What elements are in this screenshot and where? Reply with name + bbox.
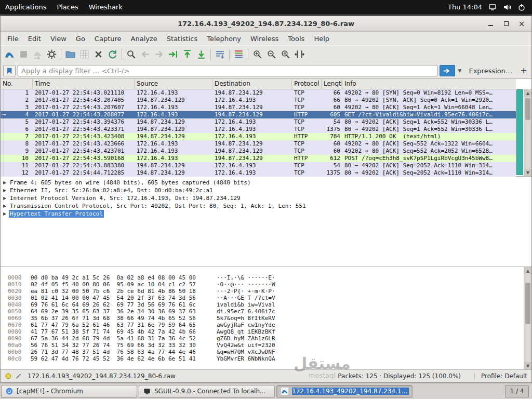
detail-row[interactable]: ▶Internet Protocol Version 4, Src: 172.1… (1, 194, 531, 202)
hex-scrollbar[interactable]: ▲ ▼ (524, 267, 531, 369)
topbar-menu-applications[interactable]: Applications (0, 0, 51, 14)
display-filter-input[interactable] (18, 65, 437, 76)
find-packet-button[interactable] (124, 47, 138, 61)
menu-statistics[interactable]: Statistics (162, 32, 202, 45)
stop-capture-button[interactable] (17, 47, 31, 61)
resize-columns-button[interactable] (292, 47, 307, 61)
packet-row[interactable]: 12017-01-27 22:54:43.021110172.16.4.1931… (1, 89, 516, 97)
menu-analyze[interactable]: Analyze (126, 32, 162, 45)
scroll-up-icon[interactable]: ▲ (524, 89, 531, 97)
expert-info-icon[interactable] (5, 373, 12, 380)
hex-row[interactable]: 003001 02 41 14 00 00 47 45 54 20 2f 3f … (8, 295, 531, 301)
go-forward-button[interactable] (152, 47, 166, 61)
hex-row[interactable]: 007061 77 47 79 6a 52 61 46 63 77 31 6e … (8, 322, 531, 328)
menu-help[interactable]: Help (309, 32, 334, 45)
volume-icon[interactable] (503, 3, 511, 11)
power-icon[interactable] (517, 3, 526, 11)
menu-telephony[interactable]: Telephony (202, 32, 246, 45)
taskbar-window-wireshark[interactable]: 172.16.4.193_49202_194.87.234.129_80-6.r… (276, 385, 413, 398)
packet-row[interactable]: 62017-01-27 22:54:43.423371194.87.234.12… (1, 126, 516, 133)
capture-options-button[interactable] (45, 47, 59, 61)
detail-row[interactable]: ▶Transmission Control Protocol, Src Port… (1, 202, 531, 210)
menu-file[interactable]: File (3, 32, 23, 45)
title-bar[interactable]: 172.16.4.193_49202_194.87.234.129_80-6.r… (1, 16, 531, 32)
restart-capture-button[interactable] (31, 47, 45, 61)
expander-icon[interactable]: ▶ (1, 194, 9, 202)
column-header-info[interactable]: Info (342, 79, 516, 89)
topbar-menu-wireshark[interactable]: Wireshark (84, 0, 128, 14)
reload-file-button[interactable] (105, 47, 119, 61)
go-to-packet-button[interactable] (166, 47, 180, 61)
packet-list-scrollbar[interactable]: ▲ ▼ (524, 89, 531, 176)
taskbar-window-sguil[interactable]: SGUIL-0.9.0 - Connected To localh... (139, 385, 275, 398)
column-header-length[interactable]: Length (322, 79, 342, 89)
apply-filter-button[interactable] (440, 65, 455, 76)
topbar-menu-places[interactable]: Places (51, 0, 83, 14)
scroll-track[interactable] (524, 97, 531, 169)
open-file-button[interactable] (63, 47, 77, 61)
zoom-original-button[interactable] (278, 47, 292, 61)
taskbar-window-chromium[interactable]: [capME!] - Chromium (1, 385, 137, 398)
expander-icon[interactable]: ▶ (1, 202, 9, 210)
workspace-switcher[interactable]: 1 / 4 (505, 385, 529, 397)
go-bottom-button[interactable] (194, 47, 208, 61)
scroll-track[interactable] (524, 274, 531, 362)
auto-scroll-button[interactable] (213, 47, 227, 61)
packet-row[interactable]: 72017-01-27 22:54:43.423408194.87.234.12… (1, 133, 516, 140)
start-capture-button[interactable] (3, 47, 17, 61)
column-header-time[interactable]: Time (33, 79, 135, 89)
display-icon[interactable] (488, 3, 497, 11)
detail-row[interactable]: ▶Ethernet II, Src: 5c:26:0a:02:a8:e4, Ds… (1, 187, 531, 194)
go-top-button[interactable] (180, 47, 194, 61)
menu-view[interactable]: View (46, 32, 71, 45)
packet-row[interactable]: 82017-01-27 22:54:43.423666172.16.4.1931… (1, 140, 516, 148)
menu-go[interactable]: Go (71, 32, 90, 45)
hex-row[interactable]: 000000 d0 ba 49 2c a1 5c 26 0a 02 a8 e4 … (8, 274, 531, 281)
go-back-button[interactable] (138, 47, 152, 61)
expander-icon[interactable]: ▶ (1, 187, 9, 194)
scroll-thumb[interactable] (525, 283, 530, 324)
hex-row[interactable]: 00b026 71 3d 77 48 37 51 4d 76 58 63 4a … (8, 349, 531, 355)
menu-capture[interactable]: Capture (90, 32, 126, 45)
scroll-down-icon[interactable]: ▼ (524, 362, 531, 369)
zoom-in-button[interactable] (250, 47, 264, 61)
hex-row[interactable]: 008041 77 67 51 38 5f 71 74 69 45 4b 42 … (8, 328, 531, 335)
zoom-out-button[interactable] (264, 47, 278, 61)
detail-row[interactable]: ▶Hypertext Transfer Protocol (1, 210, 531, 218)
clock[interactable]: Thu 14:04 (448, 3, 482, 11)
scroll-thumb[interactable] (525, 98, 530, 120)
hex-row[interactable]: 009067 5a 36 44 2d 68 79 4d 5a 41 68 31 … (8, 335, 531, 342)
hex-row[interactable]: 001002 4f 05 f5 40 00 80 06 95 09 ac 10 … (8, 281, 531, 288)
status-profile[interactable]: Profile: Default (474, 373, 527, 380)
close-file-button[interactable] (91, 47, 105, 61)
close-button[interactable]: × (516, 19, 527, 29)
column-header-destination[interactable]: Destination (212, 79, 292, 89)
add-filter-button[interactable]: + (518, 66, 529, 75)
filter-bookmark-icon[interactable] (3, 65, 16, 76)
packet-row[interactable]: 122017-01-27 22:54:44.712285194.87.234.1… (1, 169, 516, 177)
hex-row[interactable]: 00c059 62 47 4d 76 72 45 52 36 4e 62 4e … (8, 355, 531, 362)
hex-row[interactable]: 00a056 76 51 34 32 77 26 74 75 69 66 3d … (8, 342, 531, 349)
column-header-protocol[interactable]: Protocol (292, 79, 322, 89)
packet-row[interactable]: 22017-01-27 22:54:43.207405194.87.234.12… (1, 97, 516, 104)
expander-icon[interactable]: ▶ (1, 210, 9, 218)
hex-row[interactable]: 004069 76 61 6c 64 69 26 62 69 77 3d 56 … (8, 301, 531, 308)
maximize-button[interactable] (500, 19, 512, 29)
packet-row[interactable]: 32017-01-27 22:54:43.207607172.16.4.1931… (1, 104, 516, 111)
save-file-button[interactable] (77, 47, 91, 61)
expander-icon[interactable]: ▶ (1, 179, 9, 187)
menu-wireless[interactable]: Wireless (246, 32, 283, 45)
menu-edit[interactable]: Edit (23, 32, 46, 45)
packet-row[interactable]: 102017-01-27 22:54:43.590168172.16.4.193… (1, 155, 516, 162)
packet-minimap[interactable] (516, 89, 523, 175)
hex-row[interactable]: 005064 69 2e 39 35 65 63 37 36 2e 34 30 … (8, 308, 531, 315)
packet-row[interactable]: 112017-01-27 22:54:43.883380194.87.234.1… (1, 162, 516, 169)
scroll-up-icon[interactable]: ▲ (524, 267, 531, 274)
capture-comment-icon[interactable] (15, 373, 22, 380)
detail-row[interactable]: ▶Frame 4: 605 bytes on wire (4840 bits),… (1, 179, 531, 187)
hex-row[interactable]: 006035 6b 37 26 6f 71 3d 68 38 66 49 74 … (8, 315, 531, 322)
packet-row[interactable]: →42017-01-27 22:54:43.208077172.16.4.193… (1, 111, 516, 118)
scroll-down-icon[interactable]: ▼ (524, 169, 531, 176)
packet-row[interactable]: 92017-01-27 22:54:43.423701172.16.4.1931… (1, 148, 516, 155)
column-header-no[interactable]: No. (1, 79, 33, 89)
